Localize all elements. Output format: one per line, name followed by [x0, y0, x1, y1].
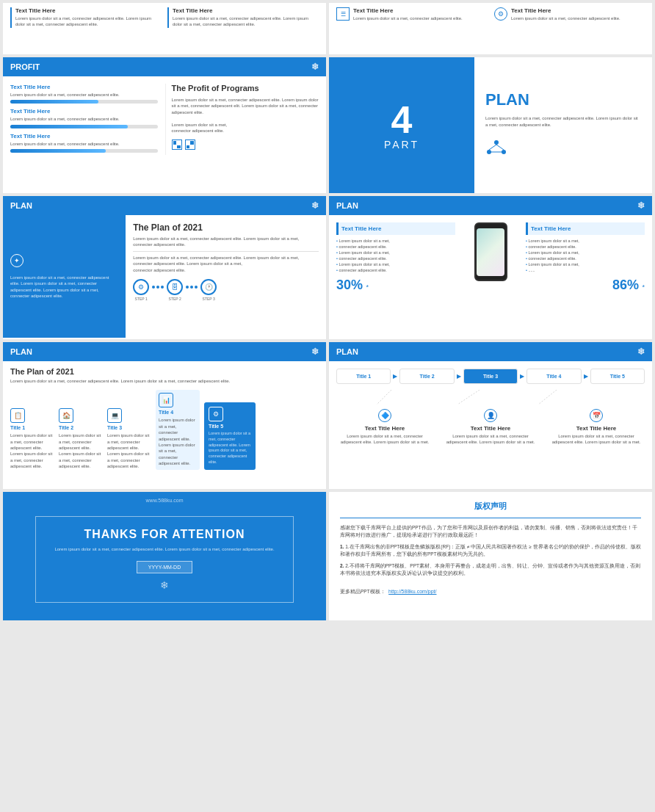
- plan-2021-main: Lorem ipsum dolor sit a met, connecter a…: [133, 255, 319, 273]
- stair-item-2: 🏠 Title 2 Lorem ipsum dolor sit a met, c…: [59, 408, 103, 469]
- staircase-header: PLAN ❄: [3, 342, 326, 361]
- left-bullet-5: Lorem ipsum dolor sit a met,: [336, 261, 455, 267]
- progress-fill-3: [10, 149, 106, 153]
- right-title: Text Title Here: [531, 225, 642, 232]
- right-bullet-4: connecter adipescent elite.: [526, 255, 645, 261]
- plan-2021-title: PLAN: [10, 201, 32, 210]
- step-1-label: STEP 1: [135, 297, 148, 301]
- right-bullet-3: Lorem ipsum dolor sit a met,: [526, 250, 645, 255]
- arrow-1: ▶: [393, 373, 397, 380]
- top-left-title1: Text Title Here: [15, 7, 162, 14]
- stair-item-4: 📊 Title 4 Lorem ipsum dolor sit a met, c…: [156, 390, 200, 469]
- copyright-more-text: 更多精品PPT模板：: [340, 589, 386, 594]
- slide-plan-2021: PLAN ❄ ✦ Lorem ipsum dolor sit a met, co…: [3, 196, 326, 339]
- copyright-p3: 2. 2.不得将千库网的PPT模板、PPT素材、本身用于再整合，成老走明，出售、…: [340, 562, 641, 578]
- staircase-title: PLAN: [10, 347, 32, 356]
- icon-item-1: 🔷 Text Title Here Lorem ipsum dolor sit …: [336, 409, 433, 446]
- snowflake-icon-3: ❄: [637, 200, 645, 211]
- title-card-3: Title 3: [463, 369, 518, 384]
- icon-item-3: 📅 Text Title Here Lorem ipsum dolor sit …: [548, 409, 645, 446]
- thanks-desc: Lorem ipsum dolor sit a met, connecter a…: [54, 547, 275, 551]
- stair-icon-5: ⚙: [209, 407, 223, 421]
- left-bullets: Lorem ipsum dolor sit a met, connecter a…: [336, 238, 455, 273]
- stair-icon-3: 💻: [107, 408, 122, 423]
- progress-bar-1: [10, 100, 158, 104]
- slide-plan-staircase: PLAN ❄ The Plan of 2021 Lorem ipsum dolo…: [3, 342, 326, 489]
- svg-line-7: [457, 390, 480, 405]
- titles-row: Title 1 ▶ Title 2 ▶ Title 3 ▶ Title 4 ▶ …: [336, 369, 645, 384]
- step-3: 🕐 STEP 3: [200, 279, 217, 301]
- plan-number: 4: [391, 101, 413, 139]
- icon-item-2: 👤 Text Title Here Lorem ipsum dolor sit …: [442, 409, 539, 446]
- step-2: 🗄 STEP 2: [167, 279, 183, 301]
- icon-row: 🔷 Text Title Here Lorem ipsum dolor sit …: [336, 409, 645, 446]
- profit-item3-body: Lorem ipsum dolor sit a met, connecter a…: [10, 141, 158, 147]
- step-2-label: STEP 2: [169, 297, 181, 301]
- stair-item-3: 💻 Title 3 Lorem ipsum dolor sit a met, c…: [107, 408, 151, 469]
- right-percent-value: 86%: [612, 278, 639, 292]
- left-bullet-2: connecter adipescent elite.: [336, 244, 455, 250]
- title-card-4: Title 4: [526, 369, 581, 384]
- step-3-label: STEP 3: [203, 297, 215, 301]
- right-bullet-5: Lorem ipsum dolor sit a met,: [526, 261, 645, 267]
- top-left-title2: Text Title Here: [173, 7, 319, 14]
- slide-plan-phone: PLAN ❄ Text Title Here Lorem ipsum dolor…: [329, 196, 652, 339]
- top-left-body1: Lorem ipsum dolor sit a met, connecter a…: [15, 15, 162, 28]
- step-3-icon: 🕐: [200, 279, 217, 295]
- phone-mockup: [474, 222, 507, 281]
- left-bullet-4: connecter adipescent elite.: [336, 255, 455, 261]
- plan-part: PART: [384, 139, 419, 151]
- slide-plan-number: 4 PART PLAN Lorem ipsum dolor sit a met,…: [329, 57, 652, 193]
- stair-icon-1: 📋: [10, 408, 25, 423]
- step-1: ⚙ STEP 1: [133, 279, 149, 301]
- thanks-heading: THANKS FOR ATTENTION: [54, 528, 275, 541]
- left-bullet-3: Lorem ipsum dolor sit a met,: [336, 250, 455, 255]
- svg-point-0: [494, 140, 499, 145]
- right-bullet-6: ......: [526, 267, 645, 273]
- thanks-border-box: THANKS FOR ATTENTION Lorem ipsum dolor s…: [35, 516, 294, 603]
- qr-icon-1: [172, 139, 182, 150]
- steps-row: ⚙ STEP 1 🗄 STEP 2 🕐 STEP: [133, 279, 319, 301]
- plan-titles-title: PLAN: [336, 347, 358, 356]
- left-title: Text Title Here: [341, 225, 452, 232]
- progress-bar-2: [10, 125, 158, 128]
- snowflake-icon: ❄: [311, 62, 319, 72]
- svg-line-6: [377, 390, 391, 405]
- slide-top-right: ☰ Text Title Here Lorem ipsum dolor sit …: [329, 3, 652, 54]
- left-bullet-6: connecter adipescent elite.: [336, 267, 455, 273]
- snowflake-icon-4: ❄: [311, 347, 319, 357]
- phone-screen: [477, 228, 504, 276]
- icon-body-1: Lorem ipsum dolor sit a met, connecter a…: [336, 433, 433, 446]
- stair-icon-4: 📊: [159, 393, 173, 407]
- slide-thanks: www.588ku.com THANKS FOR ATTENTION Lorem…: [3, 492, 326, 620]
- thanks-snowflake: ❄: [54, 579, 275, 591]
- progress-fill-2: [10, 125, 128, 128]
- arrow-4: ▶: [584, 373, 588, 380]
- icon-body-3: Lorem ipsum dolor sit a met, connecter a…: [548, 433, 645, 446]
- slide-copyright: 版权声明 感谢您下载千库网平台上提供的PPT作品，为了您和千库网以及原创作者的利…: [329, 492, 652, 620]
- phone-container: [461, 222, 520, 281]
- profit-item1-body: Lorem ipsum dolor sit a met, connecter a…: [10, 92, 158, 98]
- stair-item-1: 📋 Title 1 Lorem ipsum dolor sit a met, c…: [10, 408, 54, 469]
- icon-3: 📅: [590, 409, 603, 422]
- plan-2021-header: PLAN ❄: [3, 196, 326, 215]
- top-right-body1: Lorem ipsum dolor sit a met, connecter a…: [353, 15, 463, 21]
- snowflake-icon-2: ❄: [311, 200, 319, 211]
- staircase-desc: Lorem ipsum dolor sit a met, connecter a…: [10, 378, 319, 384]
- right-title-box: Text Title Here: [526, 222, 645, 235]
- left-percent-value: 30%: [336, 278, 363, 292]
- profit-item3-title: Text Title Here: [10, 133, 158, 139]
- network-icon: [485, 139, 507, 160]
- profit-item2-body: Lorem ipsum dolor sit a met, connecter a…: [10, 116, 158, 122]
- right-percent-sup: *: [642, 283, 645, 291]
- top-right-title2: Text Title Here: [511, 7, 620, 14]
- profit-header: PROFIT ❄: [3, 57, 326, 76]
- icon-label-3: Text Title Here: [548, 425, 645, 432]
- left-percent: 30% *: [336, 278, 455, 293]
- plan-label: PLAN: [485, 90, 641, 109]
- thanks-date: YYYY-MM-DD: [137, 561, 192, 573]
- plan-2021-desc: Lorem ipsum dolor sit a met, connecter a…: [133, 236, 319, 248]
- right-bullet-2: connecter adipescent elite.: [526, 244, 645, 250]
- staircase-heading: The Plan of 2021: [10, 367, 319, 376]
- plan-desc: Lorem ipsum dolor sit a met, connecter a…: [485, 115, 641, 128]
